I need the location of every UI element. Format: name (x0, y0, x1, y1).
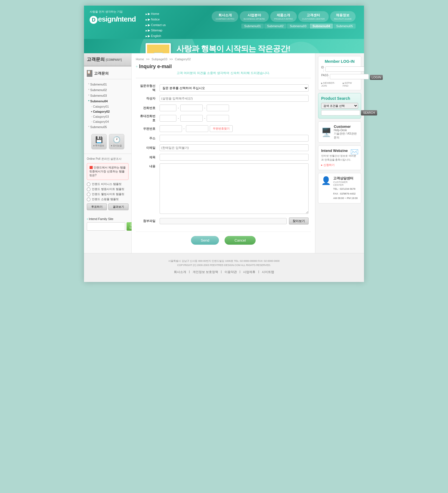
poll-option-2[interactable]: 인랜드 병원사이트 템플릿 (87, 187, 129, 191)
mobile-input-2[interactable] (180, 115, 203, 122)
sidebar-investment-btn[interactable]: 💾 ▸ 투자정보 (91, 134, 107, 149)
sub-nav-05[interactable]: Submenu05 (333, 24, 356, 29)
nav-english[interactable]: ▶ English (146, 33, 179, 39)
sidebar-item-submenu03[interactable]: Submenu03 (85, 93, 130, 98)
customer-center-subtitle: CUSTOMER CENTER (333, 181, 358, 186)
table-row-subject: 제목 (136, 152, 311, 162)
sidebar-item-submenu01[interactable]: Submenu01 (85, 82, 130, 87)
table-row-address: 주소 (136, 133, 311, 143)
quick-nav: ▶ Home ▶ Notice ▶ Contact us ▶ Sitemap ▶… (146, 10, 179, 39)
sidebar-inquiry-label: 고객문의 (94, 71, 109, 76)
poll-radio-4[interactable] (87, 198, 90, 201)
product-search-btn[interactable]: SEARCH (361, 110, 377, 115)
member-join-link[interactable]: MEMBER-JOIN (321, 82, 340, 87)
zip-input-2[interactable] (186, 125, 208, 132)
nav-contact[interactable]: ▶ Contact us (146, 22, 179, 28)
login-pass-field: PASS : LOGIN (321, 73, 358, 80)
nav-sitemap[interactable]: ▶ Sitemap (146, 28, 179, 33)
nav-recruit[interactable]: 채용정보 RECRUIT-GUIDE (330, 11, 356, 22)
email-input[interactable] (160, 144, 309, 151)
phone-input-1[interactable] (160, 105, 176, 111)
poll-radio-3[interactable] (87, 193, 90, 196)
main-form-area: Home >> Subpage03 >> Catagory02 Inquiry … (132, 53, 315, 253)
cancel-button[interactable]: Cancel (225, 236, 255, 245)
table-row-mobile: 휴대전화번호 - - (136, 113, 311, 124)
footer-links: 회사소개 | 개인정보 보호정책 | 이용약관 | 사업제휴 | 사이트맵 (90, 270, 358, 274)
phone-input-3[interactable] (207, 105, 229, 111)
poll-option-3[interactable]: 인랜드 웰빙사이트 템플릿 (87, 192, 129, 196)
nav-product[interactable]: 제품소개 PRODUCT-INTRO (270, 11, 297, 22)
phone-input-2[interactable] (180, 105, 203, 111)
mobile-input-1[interactable] (160, 115, 176, 122)
poll-radio-1[interactable] (87, 182, 90, 186)
sidebar-item-submenu04[interactable]: Submenu04 (85, 98, 130, 104)
login-links: MEMBER-JOIN ID/PW FIND (321, 82, 358, 87)
sidebar-item-submenu05[interactable]: Submenu05 (85, 124, 130, 130)
pass-input[interactable] (330, 74, 369, 79)
login-button[interactable]: LOGIN (370, 75, 383, 80)
product-search-input[interactable] (321, 110, 360, 115)
poll-result-btn[interactable]: 결과보기 (108, 203, 129, 210)
sub-nav-02[interactable]: Submenu02 (264, 24, 286, 29)
poll-title: Online Poll 온라인 설문조사 (87, 157, 129, 161)
footer-link-privacy[interactable]: 개인정보 보호정책 (193, 270, 218, 274)
customer-help-icon: 🖥️ (321, 127, 332, 137)
table-row-author: 작성자 (136, 94, 311, 103)
family-site-section: Intend Family Site GO-SITE (84, 214, 131, 233)
author-label: 작성자 (136, 94, 158, 103)
address-input[interactable] (160, 135, 309, 142)
sidebar-item-submenu02[interactable]: Submenu02 (85, 87, 130, 93)
nav-company[interactable]: 회사소개 COMPANY-INTRO (212, 11, 238, 22)
sub-navigation: Submenu01 Submenu02 Submenu03 Submenu04 … (179, 24, 358, 29)
address-label: 주소 (136, 133, 158, 143)
footer-link-sitemap[interactable]: 사이트맵 (262, 270, 274, 274)
hero-banner: ✉️ 사랑과 행복이 시작되는 작은공간! Welcome to visit o… (84, 39, 364, 53)
mobile-input-3[interactable] (207, 115, 229, 122)
sidebar-cat04[interactable]: Catagory04 (90, 119, 130, 124)
phone-label: 전화번호 (136, 103, 158, 113)
login-box: Member LOG-IN ID : PASS : LOGIN MEMBER-J… (318, 56, 361, 90)
file-browse-btn[interactable]: 찾아보기 (289, 217, 309, 224)
directions-icon: 🕐 (113, 136, 120, 143)
sub-nav-01[interactable]: Submenu01 (241, 24, 263, 29)
nav-customer[interactable]: 고객센터 CUSTOMER-CENTER (298, 11, 329, 22)
nav-business[interactable]: 사업분야 BUSINESS-SPHERE (240, 11, 269, 22)
sidebar-cat02[interactable]: Catagory02 (90, 109, 130, 114)
footer-link-terms[interactable]: 이용약관 (225, 270, 237, 274)
nav-notice[interactable]: ▶ Notice (146, 17, 179, 22)
poll-vote-btn[interactable]: 투표하기 (87, 203, 107, 210)
sidebar-directions-btn[interactable]: 🕐 ▸ 오시는길 (109, 134, 124, 149)
zip-input-1[interactable] (160, 125, 182, 132)
poll-option-4[interactable]: 인랜드 쇼핑몰 템플릿 (87, 197, 129, 201)
webzine-signup-link[interactable]: ▸ 신청하기 (321, 163, 358, 167)
sidebar-cat03[interactable]: Catagory03 (90, 114, 130, 119)
inquiry-icon: 📋 (87, 70, 92, 77)
sub-nav-03[interactable]: Submenu03 (287, 24, 309, 29)
pass-label: PASS : (321, 74, 328, 80)
sidebar-cat01[interactable]: Catagory01 (90, 104, 130, 109)
subject-input[interactable] (160, 154, 309, 161)
product-search-select[interactable]: 검색 조건을 선택 (321, 103, 358, 109)
breadcrumb-home[interactable]: Home (136, 57, 144, 61)
poll-radio-2[interactable] (87, 188, 90, 191)
file-path-input[interactable] (160, 218, 287, 224)
family-site-input[interactable] (87, 222, 125, 231)
form-buttons: Send Cancel (136, 232, 311, 249)
webzine-icon: ✉️ (350, 148, 359, 156)
sub-nav-04[interactable]: Submenu04 (310, 24, 333, 29)
type-select[interactable]: 질문 분류를 선택하여 주십시오 (160, 84, 309, 92)
content-textarea[interactable] (160, 163, 309, 214)
site-logo[interactable]: DesignIntend (90, 15, 146, 24)
footer-link-company[interactable]: 회사소개 (174, 270, 186, 274)
form-subtitle: 고객 여러분의 의견을 소중히 생각하여 신속히 처리해 드리겠습니다. (136, 71, 311, 75)
id-input[interactable] (325, 66, 364, 72)
zipcode-find-btn[interactable]: 우편번호찾기 (210, 125, 233, 132)
author-input[interactable] (160, 95, 309, 102)
login-title: Member LOG-IN (321, 59, 358, 64)
send-button[interactable]: Send (191, 236, 219, 245)
id-pw-find-link[interactable]: ID/PW FIND (343, 82, 358, 87)
nav-home[interactable]: ▶ Home (146, 11, 179, 17)
breadcrumb-subpage[interactable]: Subpage03 (151, 57, 167, 61)
poll-option-1[interactable]: 인랜드 비지니스 템플릿 (87, 182, 129, 186)
footer-link-partnership[interactable]: 사업제휴 (243, 270, 255, 274)
